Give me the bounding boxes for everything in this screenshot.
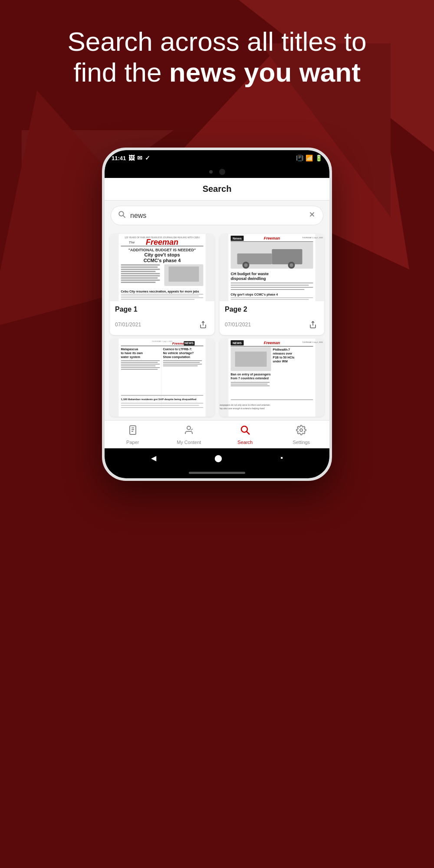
- svg-rect-62: [121, 362, 158, 363]
- svg-rect-78: [121, 405, 199, 406]
- android-nav-bar: ◀ ⬤ ▪: [105, 448, 329, 467]
- svg-text:Freeman: Freeman: [264, 341, 280, 345]
- svg-text:CH budget for waste: CH budget for waste: [231, 272, 269, 276]
- settings-icon: [296, 425, 306, 438]
- svg-text:Freeman: Freeman: [146, 238, 178, 247]
- svg-text:News: News: [233, 237, 242, 240]
- status-left: 11:41 🖼 ✉ ✓: [112, 155, 150, 161]
- svg-text:Cuenco to LTFRB-7:: Cuenco to LTFRB-7:: [163, 348, 192, 351]
- card-image-4: NEWS Freeman THURSDAY J July 1, 2021 Phi…: [220, 339, 324, 417]
- photo-icon: 🖼: [128, 155, 135, 161]
- search-input-value[interactable]: news: [130, 212, 304, 220]
- nav-item-paper[interactable]: Paper: [105, 421, 161, 448]
- svg-text:NEWS: NEWS: [184, 342, 194, 345]
- home-button[interactable]: ⬤: [214, 454, 222, 462]
- svg-rect-61: [121, 360, 160, 361]
- nav-label-my-content: My Content: [177, 440, 201, 445]
- camera-area: [105, 166, 329, 178]
- nav-item-my-content[interactable]: My Content: [161, 421, 217, 448]
- svg-text:Freeman: Freeman: [264, 236, 280, 240]
- svg-point-107: [300, 429, 302, 431]
- result-card-3[interactable]: THURSDAY J July 1, 2021 Freeman NEWS Mal…: [110, 339, 214, 417]
- check-icon: ✓: [145, 155, 150, 161]
- phone-mockup: 11:41 🖼 ✉ ✓ 📳 📶 🔋 Search: [102, 148, 332, 481]
- time-display: 11:41: [112, 155, 126, 161]
- svg-rect-37: [272, 249, 302, 264]
- share-button-1[interactable]: [197, 319, 209, 331]
- svg-line-106: [247, 432, 250, 435]
- my-content-icon: [184, 425, 194, 438]
- svg-text:Great newspapers do not only s: Great newspapers do not only serve to in…: [220, 404, 270, 406]
- svg-text:1,180 Balamban residents got S: 1,180 Balamban residents got SAP despite…: [121, 398, 197, 401]
- svg-text:Ban on entry of passengers: Ban on entry of passengers: [231, 373, 271, 376]
- result-card-4[interactable]: NEWS Freeman THURSDAY J July 1, 2021 Phi…: [220, 339, 324, 417]
- paper-icon: [128, 425, 138, 438]
- svg-rect-96: [231, 385, 270, 386]
- svg-text:NEWS: NEWS: [233, 342, 242, 345]
- result-card-1[interactable]: 125 YEARS OF FAIR AND FEARLESS JOURNALIS…: [110, 234, 214, 335]
- clear-icon[interactable]: [308, 210, 316, 220]
- svg-text:to have its own: to have its own: [121, 352, 143, 355]
- email-icon: ✉: [137, 155, 142, 161]
- svg-rect-22: [121, 282, 156, 283]
- search-icon: [118, 210, 126, 220]
- back-button[interactable]: ◀: [151, 454, 156, 462]
- card-footer-1: 07/01/2021: [110, 319, 214, 335]
- headline-text: Search across all titles to find the new…: [26, 26, 408, 88]
- page-label-2: Page 2: [225, 306, 319, 313]
- svg-text:The: The: [129, 240, 135, 244]
- svg-rect-65: [121, 367, 160, 368]
- search-nav-icon: [240, 425, 250, 438]
- svg-rect-25: [121, 296, 199, 296]
- svg-rect-14: [121, 269, 160, 270]
- svg-text:CCMC's phase 4: CCMC's phase 4: [144, 258, 181, 263]
- svg-rect-75: [121, 395, 204, 396]
- svg-rect-27: [121, 299, 195, 300]
- svg-text:City gov't stops: City gov't stops: [144, 252, 180, 257]
- svg-text:They also care enough to exten: They also care enough to extend a helpin…: [220, 407, 265, 410]
- svg-point-39: [244, 263, 248, 267]
- svg-rect-50: [231, 299, 309, 300]
- svg-rect-15: [121, 271, 156, 272]
- svg-rect-94: [231, 382, 270, 383]
- svg-text:releases over: releases over: [273, 352, 293, 355]
- svg-rect-18: [169, 266, 199, 282]
- card-image-3: THURSDAY J July 1, 2021 Freeman NEWS Mal…: [110, 339, 214, 417]
- svg-rect-73: [163, 364, 202, 365]
- svg-text:No vehicle shortage?: No vehicle shortage?: [163, 352, 194, 355]
- home-indicator[interactable]: [189, 472, 245, 474]
- recents-button[interactable]: ▪: [280, 454, 283, 462]
- nav-label-settings: Settings: [293, 440, 310, 445]
- camera-dot-small: [209, 170, 213, 174]
- svg-text:THURSDAY J July 1, 2021: THURSDAY J July 1, 2021: [152, 340, 173, 342]
- nav-item-search[interactable]: Search: [217, 421, 273, 448]
- page-label-1: Page 1: [115, 306, 209, 313]
- svg-text:"ADDITIONAL BUDGET IS NEEDED": "ADDITIONAL BUDGET IS NEEDED": [128, 248, 196, 252]
- phone-screen: 11:41 🖼 ✉ ✓ 📳 📶 🔋 Search: [105, 150, 329, 478]
- svg-rect-45: [231, 285, 309, 286]
- camera-dot-main: [219, 169, 225, 175]
- svg-rect-91: [235, 352, 267, 367]
- result-card-2[interactable]: News Freeman THURSDAY 1 July 1, 2021: [220, 234, 324, 335]
- card-info-2: Page 2: [220, 301, 324, 319]
- svg-text:Show computation: Show computation: [163, 355, 191, 359]
- svg-rect-77: [121, 403, 204, 404]
- search-bar[interactable]: news: [111, 206, 323, 225]
- svg-point-41: [290, 263, 293, 267]
- bottom-nav: Paper My Content: [105, 420, 329, 448]
- nav-item-settings[interactable]: Settings: [273, 421, 330, 448]
- svg-rect-74: [163, 365, 198, 366]
- svg-text:disposal dwindling: disposal dwindling: [231, 276, 266, 281]
- svg-rect-47: [231, 289, 305, 290]
- nav-label-paper: Paper: [126, 440, 139, 445]
- svg-point-0: [119, 211, 124, 216]
- status-bar: 11:41 🖼 ✉ ✓ 📳 📶 🔋: [105, 150, 329, 166]
- card-info-1: Page 1: [110, 301, 214, 319]
- svg-line-1: [123, 216, 125, 218]
- svg-rect-79: [121, 407, 204, 408]
- share-button-2[interactable]: [307, 319, 319, 331]
- nav-label-search: Search: [237, 440, 253, 445]
- app-title: Search: [203, 184, 232, 194]
- svg-text:from 7 countries extended: from 7 countries extended: [231, 377, 269, 380]
- svg-rect-20: [121, 277, 158, 279]
